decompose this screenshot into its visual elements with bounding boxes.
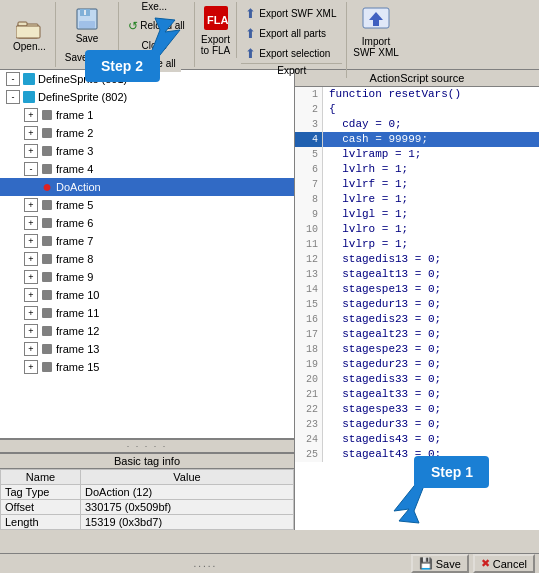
line-number: 18 [295,342,323,357]
import-swf-xml-button[interactable]: Import SWF XML [347,2,405,60]
expand-801[interactable]: - [6,72,20,86]
line-number: 15 [295,297,323,312]
tree-label: frame 5 [56,197,93,213]
tree-item-frame7[interactable]: + frame 7 [0,232,294,250]
tree-item-frame2[interactable]: + frame 2 [0,124,294,142]
svg-rect-11 [23,73,35,85]
open-button[interactable]: Open... [8,14,51,55]
line-number: 19 [295,357,323,372]
tree-item-doaction[interactable]: ● DoAction [0,178,294,196]
expand-frame15[interactable]: + [24,360,38,374]
line-number: 6 [295,162,323,177]
expand-frame13[interactable]: + [24,342,38,356]
code-line: 10 lvlro = 1; [295,222,539,237]
export-section-label: Export [241,63,342,76]
expand-802[interactable]: - [6,90,20,104]
code-line: 15 stagedur13 = 0; [295,297,539,312]
svg-text:FLA: FLA [207,14,228,26]
line-number: 20 [295,372,323,387]
svg-rect-2 [16,26,40,38]
close-all-label: Close all [137,58,175,69]
tree-item-frame3[interactable]: + frame 3 [0,142,294,160]
line-text: stagedis23 = 0; [323,312,441,327]
expand-frame2[interactable]: + [24,126,38,140]
tree-item-frame6[interactable]: + frame 6 [0,214,294,232]
line-number: 14 [295,282,323,297]
close-all-button[interactable]: Close all [132,55,180,72]
tree-container[interactable]: - DefineSprite (801) - DefineSprite (802… [0,70,294,439]
expand-frame1[interactable]: + [24,108,38,122]
frame-icon [40,288,54,302]
tree-item-frame12[interactable]: + frame 12 [0,322,294,340]
export-to-fla-button[interactable]: FLA Export to FLA [195,2,237,58]
tree-item-frame4[interactable]: - frame 4 [0,160,294,178]
svg-rect-6 [84,10,86,15]
expand-frame7[interactable]: + [24,234,38,248]
line-number: 23 [295,417,323,432]
svg-rect-17 [42,200,52,210]
tree-label: frame 4 [56,161,93,177]
expand-frame5[interactable]: + [24,198,38,212]
frame-icon [40,270,54,284]
tree-item-frame11[interactable]: + frame 11 [0,304,294,322]
expand-frame12[interactable]: + [24,324,38,338]
reload-all-button[interactable]: ↺ Reload all [123,16,189,36]
line-text: stagespe23 = 0; [323,342,441,357]
close-button[interactable]: Close [137,37,177,54]
line-text: stagealt23 = 0; [323,327,441,342]
expand-frame10[interactable]: + [24,288,38,302]
expand-frame6[interactable]: + [24,216,38,230]
expand-frame8[interactable]: + [24,252,38,266]
svg-rect-13 [42,110,52,120]
tag-name-cell: Offset [1,500,81,515]
code-line: 4 cash = 99999; [295,132,539,147]
save-button[interactable]: Save [67,4,107,47]
frame-icon [40,306,54,320]
save-icon [73,7,101,31]
line-text: lvlro = 1; [323,222,408,237]
tree-item-frame9[interactable]: + frame 9 [0,268,294,286]
export-selection-button[interactable]: ⬆ Export selection [241,44,342,63]
frame-icon [40,198,54,212]
line-text: cash = 99999; [323,132,428,147]
tree-item-frame5[interactable]: + frame 5 [0,196,294,214]
tree-item-definesprite-802[interactable]: - DefineSprite (802) [0,88,294,106]
save-as-button[interactable]: Save as... [60,49,114,66]
line-text: stagedis13 = 0; [323,252,441,267]
close-label: Close [142,40,168,51]
execute-button[interactable]: Exe... [137,0,177,15]
tree-item-frame1[interactable]: + frame 1 [0,106,294,124]
expand-frame4[interactable]: - [24,162,38,176]
tree-item-frame10[interactable]: + frame 10 [0,286,294,304]
export-swf-icon: ⬆ [245,6,256,21]
cancel-button[interactable]: ✖ Cancel [473,554,535,573]
expand-frame3[interactable]: + [24,144,38,158]
expand-frame9[interactable]: + [24,270,38,284]
code-area[interactable]: 1function resetVars()2{3 cday = 0;4 cash… [295,87,539,530]
code-line: 22 stagespe33 = 0; [295,402,539,417]
frame-icon [40,234,54,248]
export-all-parts-button[interactable]: ⬆ Export all parts [241,24,342,43]
cancel-label: Cancel [493,558,527,570]
tree-item-frame15[interactable]: + frame 15 [0,358,294,376]
line-text: lvlgl = 1; [323,207,408,222]
svg-rect-24 [42,326,52,336]
save-bottom-button[interactable]: 💾 Save [411,554,469,573]
code-line: 18 stagespe23 = 0; [295,342,539,357]
tag-name-cell: Length [1,515,81,530]
line-text: function resetVars() [323,87,461,102]
line-text: stagespe33 = 0; [323,402,441,417]
frame-icon [40,108,54,122]
code-line: 20 stagedis33 = 0; [295,372,539,387]
export-swf-xml-button[interactable]: ⬆ Export SWF XML [241,4,342,23]
frame-icon [40,126,54,140]
code-line: 23 stagedur33 = 0; [295,417,539,432]
doaction-icon: ● [40,180,54,194]
expand-frame11[interactable]: + [24,306,38,320]
line-number: 22 [295,402,323,417]
frame-icon [40,144,54,158]
tree-label: frame 11 [56,305,99,321]
code-line: 12 stagedis13 = 0; [295,252,539,267]
tree-item-frame8[interactable]: + frame 8 [0,250,294,268]
tree-item-frame13[interactable]: + frame 13 [0,340,294,358]
